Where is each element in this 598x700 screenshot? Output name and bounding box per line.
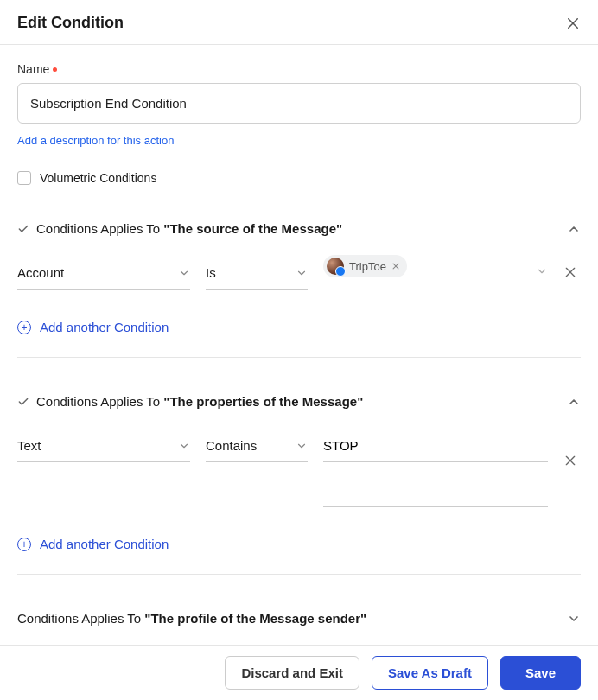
chevron-down-icon xyxy=(178,267,190,279)
properties-value-input[interactable] xyxy=(323,433,548,462)
section-profile-topic: "The profile of the Message sender" xyxy=(144,611,366,626)
divider xyxy=(17,357,581,358)
chevron-up-icon[interactable] xyxy=(567,395,581,409)
source-value-chip: TripToe xyxy=(323,255,407,277)
chevron-down-icon xyxy=(296,267,308,279)
section-properties-title: Conditions Applies To "The properties of… xyxy=(36,394,560,409)
add-condition-label: Add another Condition xyxy=(40,320,169,334)
modal-header: Edit Condition xyxy=(0,0,598,45)
volumetric-checkbox[interactable] xyxy=(17,171,31,185)
add-condition-label: Add another Condition xyxy=(40,537,169,551)
name-label: Name xyxy=(17,62,581,76)
section-profile: Conditions Applies To "The profile of th… xyxy=(17,611,581,626)
section-profile-title: Conditions Applies To "The profile of th… xyxy=(17,611,560,626)
name-label-text: Name xyxy=(17,62,49,76)
section-source-prefix: Conditions Applies To xyxy=(36,221,163,236)
section-properties-topic: "The properties of the Message" xyxy=(163,394,363,409)
source-operator-select[interactable]: Is xyxy=(206,260,308,290)
name-input[interactable] xyxy=(17,83,581,124)
source-chip-label: TripToe xyxy=(349,260,386,273)
chevron-up-icon[interactable] xyxy=(567,222,581,236)
plus-circle-icon: + xyxy=(17,321,31,334)
discard-button[interactable]: Discard and Exit xyxy=(225,656,359,690)
modal-footer: Discard and Exit Save As Draft Save xyxy=(0,645,598,700)
volumetric-label: Volumetric Conditions xyxy=(40,171,156,185)
add-condition-button[interactable]: + Add another Condition xyxy=(17,320,169,334)
modal-body: Name Add a description for this action V… xyxy=(0,45,598,645)
section-source: Conditions Applies To "The source of the… xyxy=(17,221,581,358)
properties-operator-select[interactable]: Contains xyxy=(206,433,308,462)
section-properties-prefix: Conditions Applies To xyxy=(36,394,163,409)
modal-title: Edit Condition xyxy=(17,14,124,32)
properties-value-input-extra[interactable] xyxy=(323,478,548,507)
close-icon[interactable] xyxy=(565,16,581,31)
chevron-down-icon xyxy=(536,265,548,277)
save-button[interactable]: Save xyxy=(500,656,581,690)
chip-remove-icon[interactable] xyxy=(391,262,400,270)
section-source-title: Conditions Applies To "The source of the… xyxy=(36,221,560,236)
avatar xyxy=(327,258,344,275)
source-value-field[interactable]: TripToe xyxy=(323,260,548,290)
remove-condition-icon[interactable] xyxy=(563,260,581,279)
section-source-topic: "The source of the Message" xyxy=(163,221,342,236)
add-description-link[interactable]: Add a description for this action xyxy=(17,134,174,147)
required-dot-icon xyxy=(53,67,57,72)
section-properties: Conditions Applies To "The properties of… xyxy=(17,394,581,575)
chevron-down-icon xyxy=(296,440,308,452)
source-operator-value: Is xyxy=(206,265,216,280)
add-condition-button[interactable]: + Add another Condition xyxy=(17,537,169,551)
check-icon xyxy=(17,396,29,408)
properties-operator-value: Contains xyxy=(206,438,257,453)
remove-condition-icon[interactable] xyxy=(563,433,581,468)
save-draft-button[interactable]: Save As Draft xyxy=(372,656,488,690)
plus-circle-icon: + xyxy=(17,538,31,551)
source-field-value: Account xyxy=(17,265,64,280)
chevron-down-icon xyxy=(178,440,190,452)
section-profile-prefix: Conditions Applies To xyxy=(17,611,144,626)
properties-field-value: Text xyxy=(17,438,41,453)
check-icon xyxy=(17,223,29,235)
divider xyxy=(17,574,581,575)
properties-field-select[interactable]: Text xyxy=(17,433,190,462)
chevron-down-icon[interactable] xyxy=(567,612,581,626)
source-field-select[interactable]: Account xyxy=(17,260,190,290)
properties-value-wrap xyxy=(323,433,548,507)
